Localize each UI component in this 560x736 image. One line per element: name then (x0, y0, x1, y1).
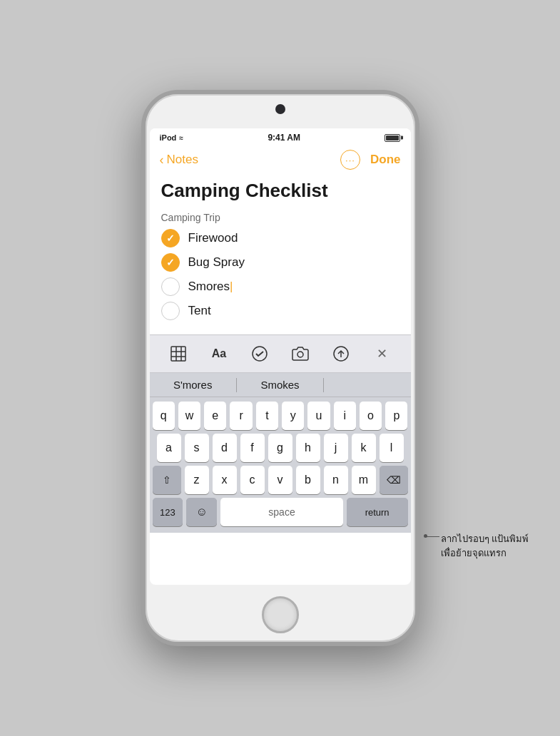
key-delete[interactable]: ⌫ (380, 466, 408, 494)
svg-rect-0 (171, 347, 185, 361)
checklist-label-4: Tent (188, 304, 211, 318)
keyboard-row-4: 123 ☺ space return (153, 498, 408, 526)
key-i[interactable]: i (334, 402, 356, 430)
nav-actions: ··· Done (340, 150, 401, 170)
key-x[interactable]: x (213, 466, 237, 494)
home-button[interactable] (262, 596, 299, 633)
key-numbers[interactable]: 123 (153, 498, 183, 526)
autocorrect-item-1[interactable]: S'mores (150, 377, 236, 392)
key-j[interactable]: j (324, 434, 348, 462)
key-b[interactable]: b (296, 466, 320, 494)
key-n[interactable]: n (324, 466, 348, 494)
note-title[interactable]: Camping Checklist (161, 180, 399, 202)
checkbox-2[interactable] (161, 253, 180, 272)
key-emoji[interactable]: ☺ (186, 498, 217, 526)
key-q[interactable]: q (153, 402, 175, 430)
keyboard-row-1: q w e r t y u i o p (153, 402, 408, 430)
checklist-item-1: Firewood (161, 229, 399, 247)
key-t[interactable]: t (256, 402, 278, 430)
close-toolbar-icon: ✕ (377, 346, 387, 362)
key-g[interactable]: g (268, 434, 292, 462)
section-label: Camping Trip (161, 212, 399, 223)
key-o[interactable]: o (360, 402, 382, 430)
table-button[interactable] (166, 341, 191, 367)
key-space[interactable]: space (220, 498, 343, 526)
note-content: Camping Checklist Camping Trip Firewood … (150, 174, 411, 334)
more-button[interactable]: ··· (340, 150, 360, 170)
key-h[interactable]: h (296, 434, 320, 462)
key-f[interactable]: f (240, 434, 265, 462)
status-bar: iPod ≈ 9:41 AM (150, 128, 411, 145)
format-text-icon: Aa (212, 347, 226, 360)
device-name-label: iPod (160, 133, 177, 142)
key-a[interactable]: a (157, 434, 181, 462)
checklist-item-2: Bug Spray (161, 253, 399, 272)
key-z[interactable]: z (185, 466, 209, 494)
autocorrect-item-3[interactable] (324, 384, 410, 387)
key-w[interactable]: w (178, 402, 200, 430)
done-button[interactable]: Done (370, 153, 401, 167)
keyboard[interactable]: q w e r t y u i o p a s d f g (150, 397, 411, 533)
key-d[interactable]: d (213, 434, 237, 462)
checkbox-4[interactable] (161, 302, 180, 320)
key-m[interactable]: m (352, 466, 376, 494)
checkbox-1[interactable] (161, 229, 180, 247)
key-p[interactable]: p (385, 402, 407, 430)
back-button[interactable]: ‹ Notes (160, 153, 198, 167)
key-u[interactable]: u (307, 402, 330, 430)
key-l[interactable]: l (380, 434, 404, 462)
key-return[interactable]: return (347, 498, 408, 526)
autocorrect-item-2[interactable]: Smokes (237, 377, 323, 392)
format-text-button[interactable]: Aa (206, 341, 232, 367)
annotation-line (427, 536, 439, 537)
key-v[interactable]: v (268, 466, 292, 494)
checklist-label-3[interactable]: Smores (188, 280, 233, 294)
camera-button[interactable] (287, 341, 313, 367)
status-time: 9:41 AM (268, 133, 300, 143)
keyboard-row-2: a s d f g h j k l (153, 434, 408, 462)
formatting-toolbar: Aa (150, 334, 411, 373)
autocorrect-bar: S'mores Smokes (150, 373, 411, 397)
status-left: iPod ≈ (160, 133, 183, 142)
markup-button[interactable] (328, 341, 354, 367)
keyboard-row-3: ⇧ z x c v b n m ⌫ (153, 466, 408, 494)
back-label: Notes (167, 153, 198, 167)
key-c[interactable]: c (240, 466, 265, 494)
checklist-item-3: Smores (161, 277, 399, 296)
key-y[interactable]: y (282, 402, 304, 430)
key-k[interactable]: k (352, 434, 376, 462)
annotation-line1: ลากไปรอบๆ แป้นพิมพ์ (441, 533, 529, 544)
more-icon: ··· (345, 155, 355, 165)
status-right (385, 134, 400, 142)
key-e[interactable]: e (204, 402, 226, 430)
close-toolbar-button[interactable]: ✕ (369, 341, 394, 367)
checklist-label-2: Bug Spray (188, 255, 245, 270)
checkbox-3[interactable] (161, 277, 180, 296)
checklist-item-4: Tent (161, 302, 399, 320)
annotation-text: ลากไปรอบๆ แป้นพิมพ์ เพื่อย้ายจุดแทรก (441, 532, 529, 560)
svg-point-6 (297, 352, 303, 357)
checklist-button[interactable] (247, 341, 273, 367)
annotation-line2: เพื่อย้ายจุดแทรก (441, 548, 506, 558)
checklist-label-1: Firewood (188, 231, 238, 245)
device-screen: iPod ≈ 9:41 AM ‹ Notes ··· Done (150, 128, 411, 585)
key-shift[interactable]: ⇧ (153, 466, 181, 494)
device: iPod ≈ 9:41 AM ‹ Notes ··· Done (141, 90, 419, 646)
wifi-icon: ≈ (179, 134, 183, 142)
battery-icon (385, 134, 400, 142)
key-s[interactable]: s (185, 434, 209, 462)
annotation-dot (424, 534, 427, 538)
nav-bar: ‹ Notes ··· Done (150, 145, 411, 174)
key-r[interactable]: r (230, 402, 252, 430)
back-chevron-icon: ‹ (160, 153, 164, 166)
